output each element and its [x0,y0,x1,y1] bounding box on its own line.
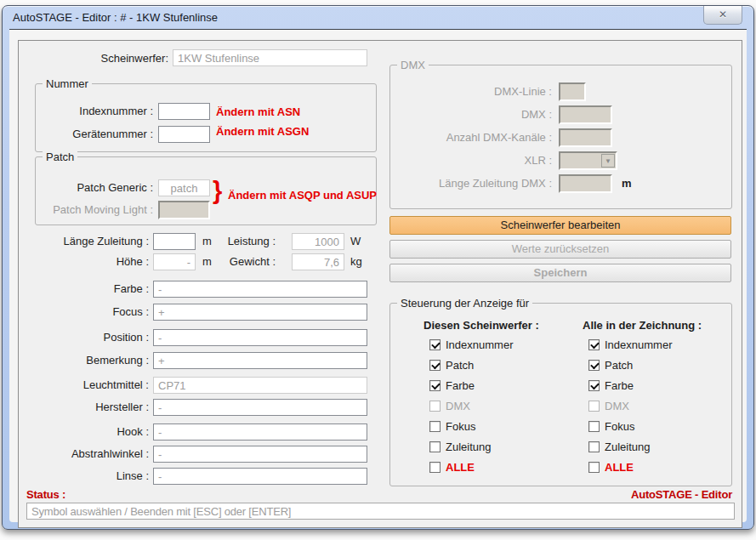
xlr-label: XLR : [390,152,552,169]
checkbox-label: Fokus [605,420,634,433]
checkbox-alle-patch[interactable]: Patch [588,359,633,372]
checkbox-alle-alle[interactable]: ALLE [588,461,634,474]
patch-hint: Ändern mit ASQP und ASUP [228,188,377,203]
laenge-zuleitung-unit: m [202,233,212,250]
patch-group-title: Patch [43,151,77,163]
checkbox-icon [429,380,441,391]
leuchtmittel-label: Leuchtmittel : [19,377,149,394]
col-alle-header: Alle in der Zeichnung : [583,319,702,332]
hersteller-label: Hersteller : [19,399,149,416]
abstrahlwinkel-label: Abstrahlwinkel : [19,446,149,463]
dmx-group-title: DMX [397,59,429,71]
dialog-panel: Scheinwerfer: Nummer Indexnummer : Änder… [18,40,742,528]
farbe-label: Farbe : [19,281,149,298]
checkbox-label: Fokus [446,420,475,433]
patch-generic-input[interactable] [158,179,210,196]
laenge-zuleitung-input[interactable] [153,233,196,250]
werte-zuruecksetzen-button: Werte zurücksetzen [389,240,731,259]
leuchtmittel-input[interactable] [153,377,367,394]
bemerkung-label: Bemerkung : [19,352,149,369]
chevron-down-icon: ▼ [601,154,615,168]
checkbox-diesen-zuleitung[interactable]: Zuleitung [429,441,491,453]
checkbox-alle-dmx: DMX [588,400,629,412]
position-input[interactable] [153,329,367,346]
patch-brace: } [213,176,222,205]
dmx-laenge-input [559,174,612,193]
checkbox-diesen-farbe[interactable]: Farbe [429,379,475,392]
geraetenummer-input[interactable] [158,126,210,143]
geraetenummer-label: Gerätenummer : [72,126,153,143]
status-message-input[interactable] [26,503,735,520]
checkbox-label: Farbe [605,379,634,392]
checkbox-icon [429,462,441,473]
hersteller-input[interactable] [153,399,367,416]
checkbox-alle-farbe[interactable]: Farbe [588,379,634,392]
checkbox-icon [588,441,600,452]
hoehe-input[interactable] [153,253,196,270]
checkbox-diesen-patch[interactable]: Patch [429,359,474,372]
linse-input[interactable] [153,468,367,485]
dmx-linie-input [559,82,586,101]
indexnummer-hint: Ändern mit ASN [216,105,300,120]
checkbox-alle-indexnummer[interactable]: Indexnummer [588,338,672,351]
hook-label: Hook : [19,423,149,441]
hook-input[interactable] [153,423,367,441]
checkbox-icon [429,360,441,371]
gewicht-input[interactable] [292,253,344,270]
close-button[interactable]: ✕ [703,6,742,25]
scheinwerfer-label: Scheinwerfer: [38,50,168,67]
patch-group: Patch Patch Generic : Patch Moving Light… [35,156,377,225]
abstrahlwinkel-input[interactable] [153,446,367,463]
patch-moving-label: Patch Moving Light : [53,202,153,219]
checkbox-diesen-dmx: DMX [429,400,470,412]
checkbox-label: Zuleitung [605,441,650,453]
anzeige-group: Steuerung der Anzeige für Diesen Scheinw… [389,303,732,486]
checkbox-label: Patch [446,359,474,372]
indexnummer-label: Indexnummer : [79,103,153,120]
checkbox-label: Indexnummer [446,338,513,351]
dmx-laenge-label: Länge Zuleitung DMX : [390,175,552,192]
dmx-kanaele-label: Anzahl DMX-Kanäle : [390,129,552,146]
checkbox-label: Indexnummer [605,338,672,351]
checkbox-icon [429,401,441,412]
focus-input[interactable] [153,304,367,321]
status-label: Status : [26,488,65,501]
checkbox-label: Farbe [446,379,475,392]
checkbox-icon [429,441,441,452]
brand-label: AutoSTAGE - Editor [631,488,732,501]
col-diesen-header: Diesen Scheinwerfer : [423,319,539,332]
nummer-group: Nummer Indexnummer : Ändern mit ASN Gerä… [35,83,377,152]
checkbox-icon [588,421,600,432]
dialog-client-area: Scheinwerfer: Nummer Indexnummer : Änder… [9,29,747,522]
checkbox-alle-zuleitung[interactable]: Zuleitung [588,441,650,453]
dmx-kanaele-input [559,128,612,147]
leistung-unit: W [350,233,361,250]
checkbox-icon [588,360,600,371]
hoehe-label: Höhe : [19,253,149,270]
linse-label: Linse : [19,468,149,485]
speichern-button: Speichern [389,264,731,282]
checkbox-icon [429,421,441,432]
leistung-input[interactable] [292,233,344,250]
checkbox-alle-fokus[interactable]: Fokus [588,420,634,433]
scheinwerfer-bearbeiten-button[interactable]: Scheinwerfer bearbeiten [389,216,731,235]
hoehe-unit: m [202,253,212,270]
position-label: Position : [19,329,149,346]
farbe-input[interactable] [153,281,367,298]
title-bar[interactable]: AutoSTAGE - Editor : # - 1KW Stufenlinse… [3,6,753,29]
bemerkung-input[interactable] [153,352,367,369]
checkbox-label: ALLE [605,461,634,474]
gewicht-unit: kg [350,253,362,270]
scheinwerfer-input[interactable] [173,49,367,66]
window-title: AutoSTAGE - Editor : # - 1KW Stufenlinse [13,6,218,29]
nummer-group-title: Nummer [43,77,92,90]
checkbox-diesen-alle[interactable]: ALLE [429,461,475,474]
checkbox-diesen-fokus[interactable]: Fokus [429,420,475,433]
leistung-label: Leistung : [228,233,276,250]
dmx-linie-label: DMX-Linie : [390,83,552,100]
indexnummer-input[interactable] [158,103,210,120]
checkbox-label: Patch [605,359,633,372]
checkbox-diesen-indexnummer[interactable]: Indexnummer [429,338,513,351]
dmx-laenge-unit: m [622,175,632,192]
gewicht-label: Gewicht : [230,253,276,270]
